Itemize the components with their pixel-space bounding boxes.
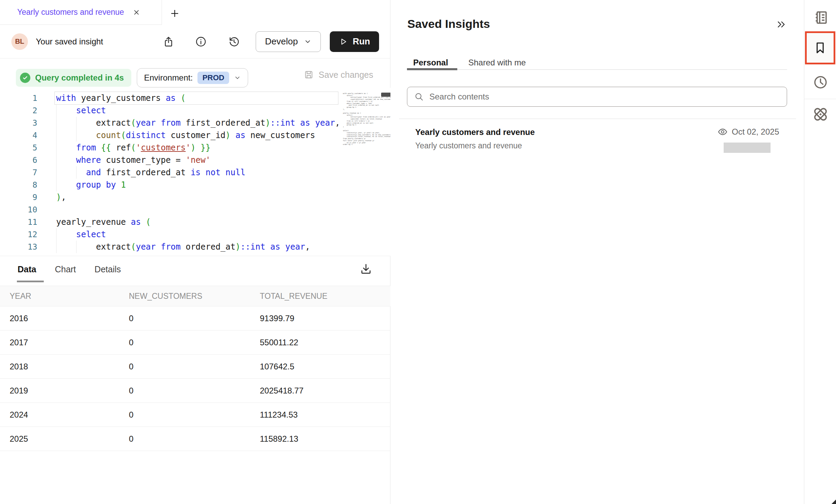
- code-line[interactable]: 1with yearly_customers as (: [0, 92, 390, 104]
- environment-label: Environment:: [144, 73, 193, 83]
- tab-yearly-customers[interactable]: Yearly customers and revenue: [0, 0, 162, 25]
- code-line[interactable]: 13 extract(year from ordered_at)::int as…: [0, 241, 390, 253]
- develop-label: Develop: [265, 36, 298, 47]
- code-line[interactable]: 10: [0, 203, 390, 216]
- code-line[interactable]: 3 extract(year from first_ordered_at)::i…: [0, 117, 390, 129]
- develop-dropdown[interactable]: Develop: [256, 31, 321, 52]
- insight-item-meta: Oct 02, 2025: [717, 127, 779, 137]
- play-icon: [339, 37, 348, 46]
- query-status-text: Query completed in 4s: [35, 73, 124, 83]
- list-divider: [399, 118, 796, 119]
- eye-icon: [717, 127, 728, 137]
- environment-dropdown[interactable]: Environment: PROD: [137, 68, 248, 87]
- column-header: YEAR: [0, 292, 129, 301]
- right-icon-rail: [804, 0, 836, 504]
- table-cell: 0: [129, 362, 260, 371]
- results-table: YEARNEW_CUSTOMERSTOTAL_REVENUE 201609139…: [0, 286, 390, 451]
- code-line[interactable]: 4 count(distinct customer_id) as new_cus…: [0, 129, 390, 141]
- active-tab-underline: [407, 68, 457, 70]
- column-header: TOTAL_REVENUE: [260, 292, 390, 301]
- insight-toolbar: BL Your saved insight Develop Run: [0, 25, 390, 59]
- table-cell: 0: [129, 434, 260, 444]
- info-icon[interactable]: [195, 36, 207, 48]
- code-line[interactable]: 9),: [0, 191, 390, 203]
- tabs-divider: [407, 69, 787, 70]
- table-cell: 550011.22: [260, 338, 390, 347]
- table-row: 20250115892.13: [0, 427, 390, 451]
- avatar: BL: [11, 33, 28, 50]
- search-icon: [414, 92, 424, 102]
- chevron-down-icon: [304, 38, 312, 45]
- table-row: 20180107642.5: [0, 355, 390, 379]
- save-icon: [304, 70, 314, 80]
- saved-insight-item[interactable]: Yearly customers and revenue Yearly cust…: [407, 121, 788, 160]
- table-row: 2016091399.79: [0, 306, 390, 330]
- code-minimap[interactable]: with yearly_customers as ( select extrac…: [339, 88, 390, 256]
- check-icon: [20, 73, 30, 83]
- table-cell: 2016: [0, 314, 129, 323]
- table-cell: 2017: [0, 338, 129, 347]
- resize-grip[interactable]: [832, 500, 836, 504]
- tab-title: Yearly customers and revenue: [17, 8, 124, 17]
- code-line[interactable]: 11yearly_revenue as (: [0, 216, 390, 228]
- new-tab-button[interactable]: [170, 8, 180, 19]
- rail-divider: [804, 99, 836, 99]
- table-cell: 0: [129, 314, 260, 323]
- column-header: NEW_CUSTOMERS: [129, 292, 260, 301]
- table-row: 20170550011.22: [0, 330, 390, 355]
- code-line[interactable]: 5 from {{ ref('customers') }}: [0, 141, 390, 154]
- run-button[interactable]: Run: [330, 31, 379, 52]
- notebook-icon[interactable]: [804, 10, 836, 25]
- code-line[interactable]: 12 select: [0, 228, 390, 241]
- environment-value: PROD: [197, 72, 229, 84]
- editor-panel: Yearly customers and revenue BL Your sav…: [0, 0, 390, 504]
- insight-item-date: Oct 02, 2025: [732, 127, 779, 137]
- scrollbar-thumb[interactable]: [381, 93, 390, 97]
- active-tab-underline: [17, 281, 44, 282]
- code-line[interactable]: 7 and first_ordered_at is not null: [0, 166, 390, 179]
- close-tab-icon[interactable]: [132, 8, 141, 17]
- table-cell: 2018: [0, 362, 129, 371]
- table-cell: 2024: [0, 410, 129, 420]
- bookmark-icon[interactable]: [805, 31, 835, 64]
- status-row: Query completed in 4s Environment: PROD …: [0, 59, 390, 88]
- table-cell: 2025: [0, 434, 129, 444]
- app-root: Yearly customers and revenue BL Your sav…: [0, 0, 836, 504]
- query-status-badge: Query completed in 4s: [16, 69, 131, 87]
- download-icon[interactable]: [359, 262, 373, 275]
- tab-personal[interactable]: Personal: [413, 58, 448, 67]
- results-tabbar: Data Chart Details: [0, 256, 390, 282]
- insight-item-title: Yearly customers and revenue: [415, 127, 535, 137]
- history-icon[interactable]: [228, 36, 240, 48]
- code-line[interactable]: 8 group by 1: [0, 179, 390, 191]
- table-cell: 0: [129, 386, 260, 396]
- history-icon[interactable]: [804, 74, 836, 90]
- save-changes-label: Save changes: [319, 70, 373, 80]
- table-cell: 2025418.77: [260, 386, 390, 396]
- save-changes-button[interactable]: Save changes: [304, 70, 373, 80]
- table-cell: 0: [129, 338, 260, 347]
- saved-insights-panel: Saved Insights Personal Shared with me Y…: [391, 0, 804, 504]
- loading-placeholder: [724, 143, 771, 153]
- search-input[interactable]: [429, 92, 740, 102]
- table-cell: 2019: [0, 386, 129, 396]
- sql-editor[interactable]: 1with yearly_customers as (2 select3 ext…: [0, 88, 390, 256]
- insight-item-description: Yearly customers and revenue: [415, 141, 522, 150]
- tab-chart[interactable]: Chart: [55, 264, 76, 274]
- run-label: Run: [353, 36, 370, 47]
- lineage-icon[interactable]: [804, 106, 836, 123]
- code-lines: 1with yearly_customers as (2 select3 ext…: [0, 92, 390, 253]
- page-title: Saved Insights: [407, 17, 490, 31]
- tab-data[interactable]: Data: [18, 264, 36, 274]
- insight-title: Your saved insight: [36, 37, 103, 46]
- table-row: 201902025418.77: [0, 379, 390, 403]
- tab-details[interactable]: Details: [94, 264, 121, 274]
- code-line[interactable]: 6 where customer_type = 'new': [0, 154, 390, 166]
- search-box: [407, 87, 787, 107]
- table-cell: 111234.53: [260, 410, 390, 420]
- tab-shared-with-me[interactable]: Shared with me: [468, 58, 526, 67]
- code-line[interactable]: 2 select: [0, 104, 390, 117]
- table-cell: 107642.5: [260, 362, 390, 371]
- share-icon[interactable]: [163, 36, 174, 48]
- collapse-panel-icon[interactable]: [776, 19, 786, 30]
